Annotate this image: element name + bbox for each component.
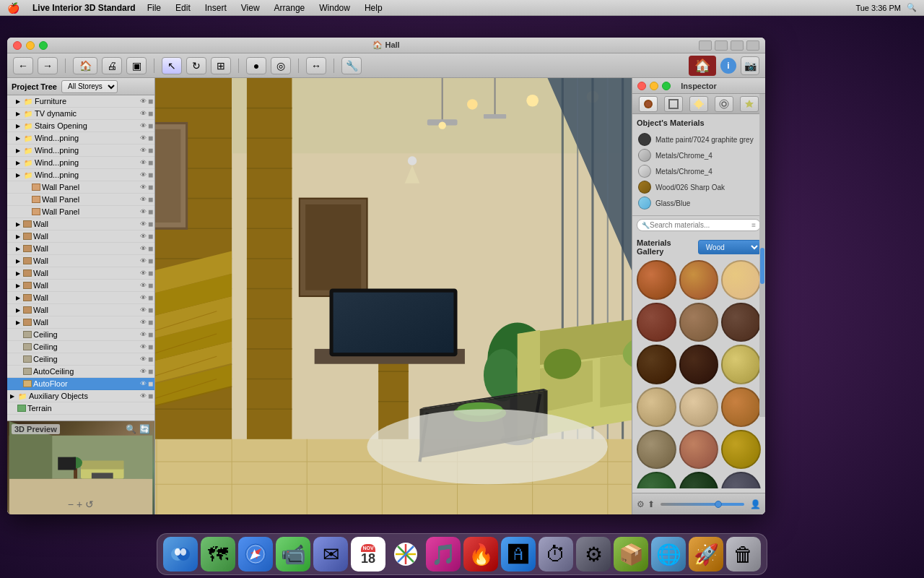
tree-item-wall-8[interactable]: ▶ Wall 👁 ◼ [7,304,154,316]
eye-icon[interactable]: 👁 [140,122,148,129]
tree-item-stairs[interactable]: ▶ 📁 Stairs Opening 👁 ◼ [7,120,154,132]
eye-icon[interactable]: 👁 [140,306,148,314]
eye-icon[interactable]: 👁 [140,392,148,400]
eye-icon[interactable]: 👁 [140,331,148,338]
resize-button[interactable]: ↔ [306,57,326,74]
search-expand-icon[interactable]: ≡ [751,221,756,229]
menubar-search-icon[interactable]: 🔍 [907,3,917,12]
material-search-input[interactable] [650,221,751,229]
tree-item-wall-4[interactable]: ▶ Wall 👁 ◼ [7,255,154,267]
menu-edit[interactable]: Edit [170,2,196,14]
swatch-17[interactable] [679,472,719,488]
3d-icon[interactable]: 🏠 [689,56,716,76]
zoom-reset-btn[interactable]: ↺ [85,499,94,510]
render-button[interactable]: ▣ [126,57,147,74]
swatch-7[interactable] [637,345,676,384]
swatch-5[interactable] [679,303,719,342]
dock-finder[interactable] [163,537,198,571]
eye-icon[interactable]: 👁 [140,171,148,178]
tree-item-furniture[interactable]: ▶ 📁 Furniture 👁 ◼ [7,95,154,108]
dock-safari[interactable] [238,537,273,571]
view-btn-1[interactable] [699,40,712,51]
rotate-button[interactable]: ↻ [186,57,206,74]
tab-properties[interactable] [664,96,683,112]
back-button[interactable]: ← [13,57,33,74]
eye-icon[interactable]: 👁 [140,98,148,105]
minimize-button[interactable] [26,41,35,50]
tree-item-wall-9[interactable]: ▶ Wall 👁 ◼ [7,316,154,329]
dock-appstore[interactable]: 🅰 [501,537,536,571]
footer-slider[interactable] [661,503,744,506]
swatch-12[interactable] [721,387,761,427]
footer-user-btn[interactable]: 👤 [750,499,761,509]
swatch-6[interactable] [721,303,761,342]
material-row-2[interactable]: Metals/Chrome_4 [637,147,761,163]
tree-item-autoceiling[interactable]: AutoCeiling 👁 ◼ [7,366,154,378]
material-row-4[interactable]: Wood/026 Sharp Oak [637,179,761,195]
swatch-10[interactable] [637,387,676,427]
tree-item-wind2[interactable]: ▶ 📁 Wind...pning 👁 ◼ [7,144,154,157]
eye-icon[interactable]: 👁 [140,269,148,277]
eye-icon[interactable]: 👁 [140,147,148,154]
swatch-13[interactable] [637,430,676,470]
swatch-8[interactable] [679,345,719,384]
swatch-4[interactable] [637,303,676,342]
dock-facetime[interactable]: 📹 [276,537,310,571]
footer-settings-btn[interactable]: ⚙ [637,499,645,509]
dock-calendar[interactable]: NOV 18 [351,537,385,571]
footer-import-btn[interactable]: ⬆ [648,499,655,509]
tree-item-ceiling-1[interactable]: Ceiling 👁 ◼ [7,329,154,341]
dock-trash[interactable]: 🗑 [726,537,761,571]
view-btn-2[interactable] [715,40,728,51]
cursor-button[interactable]: ↖ [162,57,182,74]
material-row-5[interactable]: Glass/Blue [637,195,761,211]
dock-photos[interactable] [388,537,423,571]
eye-icon[interactable]: 👁 [140,368,148,375]
print-button[interactable]: 🖨 [102,57,122,74]
inspector-close-button[interactable] [637,82,646,90]
swatch-9[interactable] [721,345,761,384]
menu-help[interactable]: Help [359,2,388,14]
material-row-1[interactable]: Matte paint/7024 graphite grey [637,131,761,147]
dock-mail[interactable]: ✉ [313,537,348,571]
eye-icon[interactable]: 👁 [140,196,148,203]
zoom-minus-btn[interactable]: − [68,499,74,510]
dock-timemachine[interactable]: ⏱ [539,537,573,571]
tab-favorites[interactable] [740,96,759,112]
eye-icon[interactable]: 👁 [140,294,148,301]
slider-thumb[interactable] [715,501,722,508]
tab-settings[interactable] [715,96,733,112]
eye-icon[interactable]: 👁 [140,319,148,326]
snapshot-button[interactable]: 📷 [741,56,759,75]
swatch-1[interactable] [637,260,676,300]
eye-icon[interactable]: 👁 [140,245,148,252]
tree-item-ceiling-3[interactable]: Ceiling 👁 ◼ [7,353,154,366]
menu-arrange[interactable]: Arrange [269,2,311,14]
tree-item-wall-panel-3[interactable]: Wall Panel 👁 ◼ [7,206,154,218]
circle-button[interactable]: ● [246,57,266,74]
gallery-category-select[interactable]: Wood Metal Stone Fabric Glass [698,240,761,254]
menu-window[interactable]: Window [313,2,356,14]
eye-icon[interactable]: 👁 [140,184,148,191]
zoom-plus-btn[interactable]: + [77,499,82,510]
swatch-2[interactable] [679,260,719,300]
eye-icon[interactable]: 👁 [140,233,148,240]
eye-icon[interactable]: 👁 [140,343,148,350]
dock-launchpad[interactable]: 🚀 [689,537,723,571]
tree-item-wind4[interactable]: ▶ 📁 Wind...pning 👁 ◼ [7,169,154,181]
tree-item-autofloor[interactable]: AutoFloor 👁 ◼ [7,378,154,390]
eye-icon[interactable]: 👁 [140,110,148,117]
swatch-3[interactable] [721,260,761,300]
tree-item-wall-1[interactable]: ▶ Wall 👁 ◼ [7,218,154,230]
viewport[interactable] [155,78,632,514]
maximize-button[interactable] [39,41,48,50]
tree-item-wind3[interactable]: ▶ 📁 Wind...pning 👁 ◼ [7,157,154,169]
swatch-11[interactable] [679,387,719,427]
eye-icon[interactable]: 👁 [140,220,148,228]
swatch-16[interactable] [637,472,676,488]
view-btn-4[interactable] [746,40,759,51]
tab-materials[interactable] [639,96,658,112]
dock-app2[interactable]: 📦 [614,537,648,571]
tree-item-auxiliary[interactable]: ▶ 📁 Auxiliary Objects 👁 ◼ [7,390,154,402]
dock-app1[interactable]: 🔥 [463,537,498,571]
